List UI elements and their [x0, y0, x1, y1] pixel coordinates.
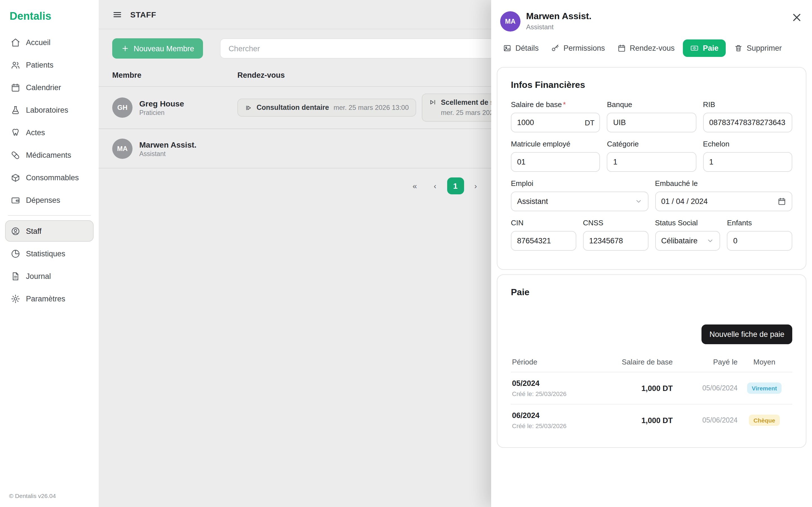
sidebar-divider	[8, 215, 91, 216]
enfants-input[interactable]	[727, 231, 793, 251]
embauche-value: 01 / 04 / 2024	[661, 197, 708, 206]
tab-permissions[interactable]: Permissions	[547, 40, 609, 57]
sidebar-item-label: Actes	[26, 128, 45, 136]
pagination-next-button[interactable]: ›	[467, 177, 484, 194]
tab-rendez-vous[interactable]: Rendez-vous	[613, 40, 679, 57]
cin-label: CIN	[511, 219, 576, 227]
calendar-icon	[11, 82, 20, 92]
patients-icon	[11, 60, 20, 69]
drawer-member-role: Assistant	[526, 23, 592, 31]
tab-supprimer[interactable]: Supprimer	[730, 40, 786, 57]
hamburger-menu-icon[interactable]	[112, 9, 122, 19]
column-paye-le: Payé le	[673, 358, 738, 366]
echelon-input[interactable]	[703, 152, 792, 172]
payslip-salary: 1,000 DT	[588, 384, 673, 392]
field-cnss: CNSS	[583, 219, 649, 251]
flask-icon	[11, 105, 20, 115]
sidebar-item-depenses[interactable]: Dépenses	[5, 189, 94, 211]
sidebar-item-parametres[interactable]: Paramètres	[5, 288, 94, 309]
close-icon	[791, 11, 803, 24]
tab-label: Supprimer	[747, 44, 782, 52]
payslip-row[interactable]: 05/2024 Créé le: 25/03/2026 1,000 DT 05/…	[511, 372, 792, 404]
sidebar-item-accueil[interactable]: Accueil	[5, 32, 94, 53]
sidebar-item-actes[interactable]: Actes	[5, 122, 94, 143]
payslip-row[interactable]: 06/2024 Créé le: 25/03/2026 1,000 DT 05/…	[511, 404, 792, 436]
categorie-input[interactable]	[607, 152, 696, 172]
sidebar-item-label: Paramètres	[26, 294, 65, 303]
sidebar-item-patients[interactable]: Patients	[5, 54, 94, 75]
sidebar-item-laboratoires[interactable]: Laboratoires	[5, 99, 94, 121]
payslip-paid-on: 05/06/2024	[673, 384, 738, 392]
tab-label: Détails	[515, 44, 539, 52]
payslip-period: 06/2024	[512, 411, 588, 420]
sidebar-item-label: Médicaments	[26, 151, 71, 159]
enfants-label: Enfants	[727, 219, 793, 227]
home-icon	[11, 38, 20, 47]
user-circle-icon	[11, 226, 20, 236]
cnss-label: CNSS	[583, 219, 649, 227]
field-echelon: Echelon	[703, 140, 792, 172]
field-cin: CIN	[511, 219, 576, 251]
field-status-social: Status Social Célibataire	[655, 219, 720, 251]
tab-label: Paie	[703, 44, 719, 52]
status-social-select[interactable]: Célibataire	[655, 231, 720, 251]
app-logo: Dentalis	[5, 7, 94, 32]
tab-paie[interactable]: Paie	[683, 40, 726, 57]
avatar: GH	[112, 98, 133, 118]
sidebar-item-label: Consommables	[26, 173, 79, 182]
appointment-chip[interactable]: Consultation dentaire mer. 25 mars 2026 …	[238, 99, 416, 117]
pagination-prev-button[interactable]: ‹	[426, 177, 444, 194]
key-icon	[551, 44, 560, 52]
gear-icon	[11, 294, 20, 303]
field-embauche: Embauché le 01 / 04 / 2024	[655, 179, 792, 211]
cin-input[interactable]	[511, 231, 576, 251]
appointment-title: Consultation dentaire	[257, 104, 329, 112]
member-cell: GH Greg House Praticien	[112, 98, 238, 118]
chevron-down-icon	[635, 198, 642, 205]
member-name: Greg House	[139, 99, 184, 108]
member-name: Marwen Assist.	[139, 140, 197, 149]
sidebar-item-calendrier[interactable]: Calendrier	[5, 76, 94, 98]
cnss-input[interactable]	[583, 231, 649, 251]
calendar-icon	[617, 44, 626, 52]
banknote-icon	[691, 44, 699, 52]
tab-details[interactable]: Détails	[499, 40, 543, 57]
image-icon	[503, 44, 511, 52]
new-member-label: Nouveau Membre	[134, 44, 194, 53]
field-emploi: Emploi Assistant	[511, 179, 648, 211]
member-role: Assistant	[139, 150, 197, 157]
banque-input[interactable]	[607, 113, 696, 132]
matricule-input[interactable]	[511, 152, 600, 172]
sidebar-item-journal[interactable]: Journal	[5, 265, 94, 287]
sidebar-item-statistiques[interactable]: Statistiques	[5, 243, 94, 264]
sidebar-item-consommables[interactable]: Consommables	[5, 167, 94, 188]
sidebar-item-label: Journal	[26, 272, 51, 280]
pagination-first-button[interactable]: «	[406, 177, 423, 194]
sidebar: Dentalis Accueil Patients Calendrier Lab…	[0, 0, 99, 507]
pagination-page-1-button[interactable]: 1	[447, 177, 464, 194]
embauche-date-input[interactable]: 01 / 04 / 2024	[655, 191, 792, 211]
box-icon	[11, 173, 20, 182]
matricule-label: Matricule employé	[511, 140, 600, 148]
file-text-icon	[11, 271, 20, 281]
sidebar-item-medicaments[interactable]: Médicaments	[5, 144, 94, 166]
plus-icon	[121, 45, 129, 52]
close-button[interactable]	[791, 11, 803, 24]
new-payslip-button[interactable]: Nouvelle fiche de paie	[702, 325, 792, 344]
emploi-label: Emploi	[511, 179, 648, 187]
new-member-button[interactable]: Nouveau Membre	[112, 38, 203, 59]
emploi-select[interactable]: Assistant	[511, 191, 648, 211]
sidebar-item-staff[interactable]: Staff	[5, 220, 94, 242]
member-role: Praticien	[139, 109, 184, 116]
rib-label: RIB	[703, 100, 792, 109]
column-member: Membre	[112, 71, 238, 79]
drawer-tabs: Détails Permissions Rendez-vous Paie Sup…	[497, 34, 806, 64]
payslip-table-header: Période Salaire de base Payé le Moyen	[511, 352, 792, 372]
status-social-label: Status Social	[655, 219, 720, 227]
rib-input[interactable]	[703, 113, 792, 132]
sidebar-item-label: Laboratoires	[26, 106, 68, 114]
payslip-salary: 1,000 DT	[588, 416, 673, 425]
field-matricule: Matricule employé	[511, 140, 600, 172]
finance-card-title: Infos Financières	[511, 76, 792, 100]
appointment-last-icon	[429, 99, 437, 106]
